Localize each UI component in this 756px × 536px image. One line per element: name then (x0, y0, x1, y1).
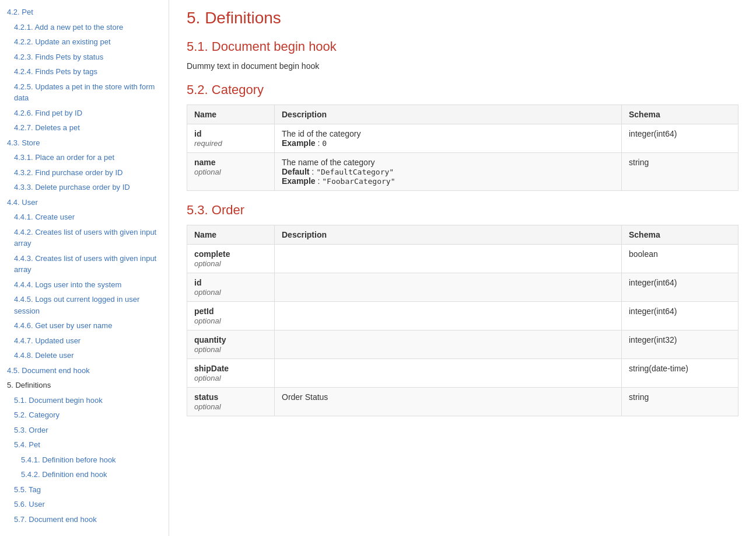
field-description-cell: Order Status (275, 388, 622, 416)
sidebar: 4.2. Pet4.2.1. Add a new pet to the stor… (0, 0, 169, 536)
sidebar-item[interactable]: 4.2.5. Updates a pet in the store with f… (0, 79, 169, 106)
col-header-name: Name (187, 105, 275, 124)
section-5-2-title: 5.2. Category (187, 82, 738, 98)
sidebar-item[interactable]: 4.4.4. Logs user into the system (0, 277, 169, 293)
sidebar-item[interactable]: 4.2.3. Finds Pets by status (0, 50, 169, 65)
field-qualifier: optional (194, 345, 221, 354)
schema-type: string (629, 158, 649, 167)
sidebar-item[interactable]: 5.4.1. Definition before hook (0, 453, 169, 468)
field-description-cell (275, 302, 622, 330)
table-row: name optional The name of the category D… (187, 153, 738, 191)
field-qualifier: optional (194, 259, 221, 268)
sidebar-item[interactable]: 4.4.5. Logs out current logged in user s… (0, 292, 169, 318)
sidebar-item[interactable]: 4.2.4. Finds Pets by tags (0, 64, 169, 79)
field-qualifier: optional (194, 402, 221, 411)
field-schema-cell: integer(int32) (622, 330, 738, 359)
col-header-description: Description (275, 225, 622, 245)
sidebar-item[interactable]: 5.3. Order (0, 423, 169, 438)
schema-type: integer(int64) (629, 278, 677, 287)
schema-type: integer(int32) (629, 335, 677, 344)
sidebar-item[interactable]: 4.3.1. Place an order for a pet (0, 150, 169, 165)
schema-type: integer(int64) (629, 129, 677, 138)
table-row: shipDate optional string(date-time) (187, 359, 738, 388)
sidebar-item[interactable]: 5.5. Tag (0, 482, 169, 497)
col-header-description: Description (275, 105, 622, 124)
col-header-schema: Schema (622, 225, 738, 245)
field-description-cell (275, 330, 622, 359)
schema-type: boolean (629, 249, 658, 259)
field-name-cell: id optional (187, 273, 275, 302)
field-schema-cell: string (622, 388, 738, 416)
sidebar-item[interactable]: 5.4. Pet (0, 437, 169, 453)
sidebar-item[interactable]: 4.3.3. Delete purchase order by ID (0, 180, 169, 195)
field-schema-cell: boolean (622, 245, 738, 273)
field-name-cell: quantity optional (187, 330, 275, 359)
table-row: status optional Order Status string (187, 388, 738, 416)
sidebar-item[interactable]: 4.2.7. Deletes a pet (0, 120, 169, 135)
sidebar-item[interactable]: 5.1. Document begin hook (0, 393, 169, 408)
sidebar-item[interactable]: 5.7. Document end hook (0, 512, 169, 527)
section-5-3-title: 5.3. Order (187, 203, 738, 218)
schema-type: string (629, 392, 649, 402)
sidebar-item[interactable]: 4.4.3. Creates list of users with given … (0, 251, 169, 277)
sidebar-item[interactable]: 4.4.8. Delete user (0, 348, 169, 363)
field-name: complete (194, 249, 230, 259)
table-row: id required The id of the category Examp… (187, 124, 738, 153)
section-5-1-title: 5.1. Document begin hook (187, 39, 738, 54)
sidebar-item[interactable]: 5.6. User (0, 497, 169, 512)
field-name: petId (194, 307, 214, 316)
sidebar-item[interactable]: 5.2. Category (0, 408, 169, 423)
field-qualifier: optional (194, 168, 221, 176)
field-qualifier: optional (194, 316, 221, 325)
field-description-cell (275, 359, 622, 388)
schema-type: string(date-time) (629, 364, 688, 373)
field-description-cell (275, 273, 622, 302)
sidebar-item[interactable]: 4.2.1. Add a new pet to the store (0, 20, 169, 35)
field-schema-cell: string(date-time) (622, 359, 738, 388)
sidebar-item[interactable]: 4.4.6. Get user by user name (0, 318, 169, 333)
table-row: quantity optional integer(int32) (187, 330, 738, 359)
sidebar-item[interactable]: 4.3.2. Find purchase order by ID (0, 165, 169, 180)
field-name: status (194, 392, 218, 402)
field-name: name (194, 158, 216, 167)
sidebar-item: 5. Definitions (0, 378, 169, 393)
field-name-cell: petId optional (187, 302, 275, 330)
sidebar-item[interactable]: 5.4.2. Definition end hook (0, 467, 169, 482)
table-row: id optional integer(int64) (187, 273, 738, 302)
field-name: id (194, 129, 201, 138)
field-name: quantity (194, 335, 226, 344)
field-description-cell: The id of the category Example : 0 (275, 124, 622, 153)
main-content: 5. Definitions 5.1. Document begin hook … (169, 0, 756, 536)
sidebar-item[interactable]: 4.4. User (0, 195, 169, 210)
sidebar-item[interactable]: 4.5. Document end hook (0, 363, 169, 378)
sidebar-item[interactable]: 4.4.2. Creates list of users with given … (0, 225, 169, 251)
sidebar-item[interactable]: 4.2. Pet (0, 5, 169, 20)
table-row: petId optional integer(int64) (187, 302, 738, 330)
field-schema-cell: integer(int64) (622, 273, 738, 302)
field-name-cell: name optional (187, 153, 275, 191)
field-name: id (194, 278, 201, 287)
field-name: shipDate (194, 364, 229, 373)
field-description-cell (275, 245, 622, 273)
sidebar-item[interactable]: 4.3. Store (0, 135, 169, 151)
sidebar-item[interactable]: 4.2.2. Update an existing pet (0, 34, 169, 50)
field-qualifier: required (194, 139, 222, 148)
sidebar-item[interactable]: 4.4.7. Updated user (0, 333, 169, 349)
field-qualifier: optional (194, 288, 221, 297)
col-header-schema: Schema (622, 105, 738, 124)
page-title: 5. Definitions (187, 9, 738, 27)
col-header-name: Name (187, 225, 275, 245)
field-schema-cell: integer(int64) (622, 302, 738, 330)
section-5-1-text: Dummy text in document begin hook (187, 61, 738, 71)
field-schema-cell: string (622, 153, 738, 191)
sidebar-item[interactable]: 4.2.6. Find pet by ID (0, 106, 169, 121)
field-description-cell: The name of the category Default : "Defa… (275, 153, 622, 191)
sidebar-item[interactable]: 4.4.1. Create user (0, 210, 169, 225)
schema-type: integer(int64) (629, 307, 677, 316)
field-name-cell: complete optional (187, 245, 275, 273)
field-schema-cell: integer(int64) (622, 124, 738, 153)
order-table: Name Description Schema complete optiona… (187, 225, 738, 416)
field-name-cell: status optional (187, 388, 275, 416)
table-row: complete optional boolean (187, 245, 738, 273)
field-name-cell: shipDate optional (187, 359, 275, 388)
